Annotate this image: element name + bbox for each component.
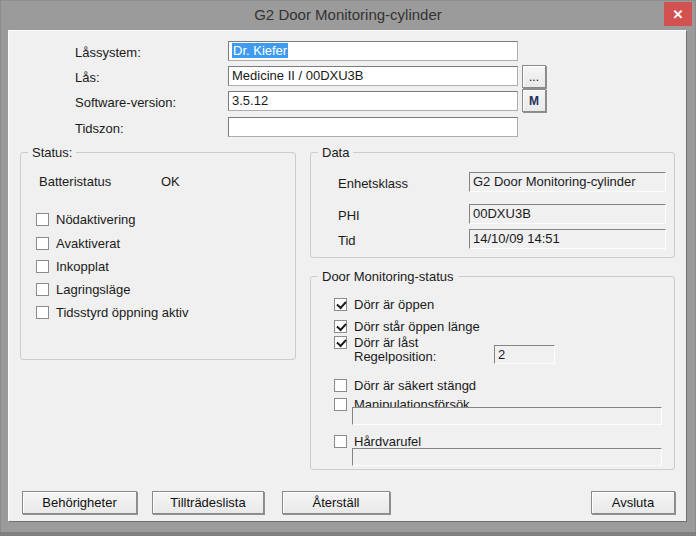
checkbox-box[interactable] — [36, 237, 49, 250]
close-icon: ✕ — [673, 7, 684, 22]
checkbox-lagringslage[interactable]: Lagringsläge — [36, 282, 130, 297]
checkbox-box[interactable] — [36, 306, 49, 319]
software-version-field[interactable]: 3.5.12 — [228, 91, 518, 111]
aterstall-button[interactable]: Återställ — [282, 491, 390, 514]
titlebar: G2 Door Monitoring-cylinder ✕ — [0, 0, 696, 30]
status-group-title: Status: — [28, 145, 76, 160]
las-label: Lås: — [75, 70, 100, 85]
phi-label: PHI — [338, 208, 360, 223]
phi-value: 00DXU3B — [469, 204, 666, 224]
lassystem-label: Låssystem: — [75, 45, 141, 60]
checkbox-box[interactable] — [36, 283, 49, 296]
checkbox-box[interactable] — [334, 320, 347, 333]
batteristatus-label: Batteristatus — [39, 174, 111, 189]
checkbox-box[interactable] — [36, 260, 49, 273]
software-version-label: Software-version: — [75, 95, 176, 110]
window-title: G2 Door Monitoring-cylinder — [0, 0, 696, 30]
checkbox-label: Avaktiverat — [56, 236, 120, 251]
checkbox-box[interactable] — [334, 398, 347, 411]
hardvarufel-value — [352, 448, 662, 466]
checkbox-label: Dörr är säkert stängd — [354, 378, 476, 393]
checkbox-avaktiverat[interactable]: Avaktiverat — [36, 236, 120, 251]
tid-label: Tid — [338, 233, 356, 248]
checkbox-label: Inkopplat — [56, 259, 109, 274]
manipulationsforsok-value — [352, 407, 662, 425]
checkbox-inkopplat[interactable]: Inkopplat — [36, 259, 109, 274]
behorigheter-button[interactable]: Behörigheter — [22, 491, 137, 514]
tid-value: 14/10/09 14:51 — [469, 229, 666, 249]
selected-text: Dr. Kiefer — [232, 43, 288, 58]
checkbox-box[interactable] — [36, 213, 49, 226]
status-groupbox: Status: Batteristatus OK Nödaktivering A… — [20, 152, 296, 360]
regelposition-value: 2 — [494, 345, 555, 364]
checkbox-box[interactable] — [334, 379, 347, 392]
enhetsklass-value: G2 Door Monitoring-cylinder — [469, 172, 666, 192]
checkbox-label: Lagringsläge — [56, 282, 130, 297]
checkbox-nodaktivering[interactable]: Nödaktivering — [36, 212, 136, 227]
checkbox-dorr-star-oppen-lange[interactable]: Dörr står öppen länge — [334, 319, 480, 334]
checkbox-label: Hårdvarufel — [354, 434, 421, 449]
regelposition-label: Regelposition: — [354, 349, 436, 364]
tidszon-label: Tidszon: — [75, 121, 124, 136]
tidszon-field[interactable] — [228, 117, 518, 137]
checkbox-dorr-ar-oppen[interactable]: Dörr är öppen — [334, 297, 434, 312]
batteristatus-value: OK — [161, 174, 180, 189]
door-monitoring-group-title: Door Monitoring-status — [318, 269, 458, 284]
checkbox-dorr-sakert-stangd[interactable]: Dörr är säkert stängd — [334, 378, 476, 393]
window-bottom-edge — [0, 532, 696, 536]
checkbox-label: Tidsstyrd öppning aktiv — [56, 305, 188, 320]
data-groupbox: Data Enhetsklass G2 Door Monitoring-cyli… — [310, 152, 675, 258]
checkbox-label: Dörr står öppen länge — [354, 319, 480, 334]
checkbox-box[interactable] — [334, 435, 347, 448]
checkbox-hardvarufel[interactable]: Hårdvarufel — [334, 434, 421, 449]
dialog-window: { "window": { "title": "G2 Door Monitori… — [0, 0, 696, 536]
checkbox-label: Dörr är öppen — [354, 297, 434, 312]
tilltradeslista-button[interactable]: Tillträdeslista — [152, 491, 264, 514]
lassystem-field[interactable]: Dr. Kiefer — [228, 41, 518, 61]
checkbox-dorr-ar-last[interactable]: Dörr är låst — [334, 335, 418, 350]
las-field[interactable]: Medicine II / 00DXU3B — [228, 66, 518, 86]
browse-button[interactable]: ... — [522, 65, 546, 88]
data-group-title: Data — [318, 145, 353, 160]
avsluta-button[interactable]: Avsluta — [591, 491, 675, 514]
checkbox-box[interactable] — [334, 298, 347, 311]
checkbox-label: Dörr är låst — [354, 335, 418, 350]
m-button[interactable]: M — [522, 89, 546, 112]
close-button[interactable]: ✕ — [664, 2, 692, 26]
checkbox-tidsstyrd-oppning[interactable]: Tidsstyrd öppning aktiv — [36, 305, 188, 320]
enhetsklass-label: Enhetsklass — [338, 176, 408, 191]
checkbox-label: Nödaktivering — [56, 212, 136, 227]
door-monitoring-groupbox: Door Monitoring-status Dörr är öppen Dör… — [310, 276, 675, 470]
checkbox-box[interactable] — [334, 336, 347, 349]
